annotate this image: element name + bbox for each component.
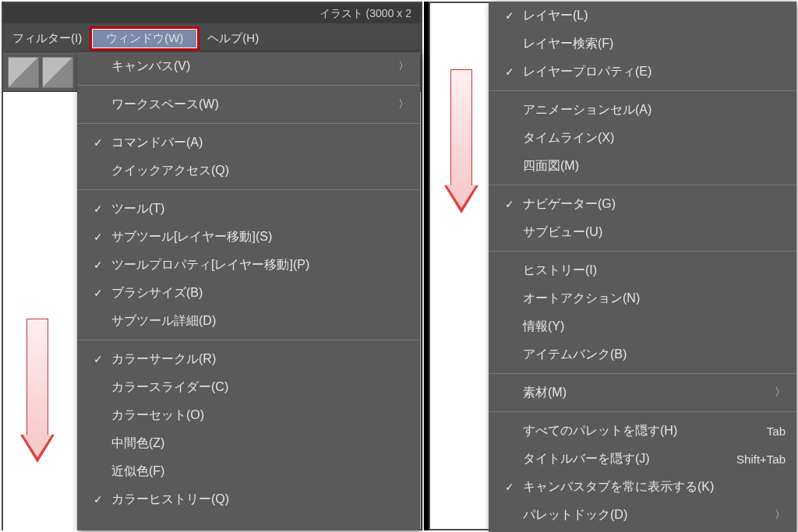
menubar: フィルター(I) ウィンドウ(W) ヘルプ(H) xyxy=(3,23,421,53)
color-swatch-icon[interactable] xyxy=(8,57,39,88)
chevron-right-icon: 〉 xyxy=(770,386,786,400)
menu-filter[interactable]: フィルター(I) xyxy=(5,26,90,51)
menu-item-hidetitlebar[interactable]: タイトルバーを隠す(J) Shift+Tab xyxy=(489,445,796,473)
scroll-down-arrow-icon xyxy=(444,69,478,225)
menu-item-history[interactable]: ヒストリー(I) xyxy=(489,256,796,284)
menu-item-palettedock[interactable]: パレットドック(D) 〉 xyxy=(489,501,796,529)
gradient-swatch-icon[interactable] xyxy=(42,57,73,88)
shortcut-text: Shift+Tab xyxy=(736,453,786,466)
menu-item-layersearch[interactable]: レイヤー検索(F) xyxy=(489,30,796,58)
menu-item-layerproperty[interactable]: ✓ レイヤープロパティ(E) xyxy=(489,58,796,86)
menu-item-layer[interactable]: ✓ レイヤー(L) xyxy=(489,2,796,30)
menu-item-quickaccess[interactable]: クイックアクセス(Q) xyxy=(77,157,420,185)
check-icon: ✓ xyxy=(85,136,111,149)
menu-item-navigator[interactable]: ✓ ナビゲーター(G) xyxy=(489,190,796,218)
check-icon: ✓ xyxy=(85,353,111,365)
menu-item-colorcircle[interactable]: ✓ カラーサークル(R) xyxy=(77,345,420,373)
menu-item-midcolor[interactable]: 中間色(Z) xyxy=(77,429,420,457)
title-text: イラスト (3000 x 2 xyxy=(320,7,411,19)
shortcut-text: Tab xyxy=(767,425,786,438)
menu-item-colorslider[interactable]: カラースライダー(C) xyxy=(77,373,420,401)
menu-item-animationcel[interactable]: アニメーションセル(A) xyxy=(489,96,796,124)
menu-item-autoaction[interactable]: オートアクション(N) xyxy=(489,284,796,312)
window-menu-dropdown-continued: ✓ レイヤー(L) レイヤー検索(F) ✓ レイヤープロパティ(E) アニメーシ… xyxy=(489,2,796,532)
separator xyxy=(489,251,796,252)
chevron-right-icon: 〉 xyxy=(394,97,409,111)
check-icon: ✓ xyxy=(85,231,111,243)
menu-item-showcanvastab[interactable]: ✓ キャンバスタブを常に表示する(K) xyxy=(489,473,796,501)
menu-item-tool[interactable]: ✓ ツール(T) xyxy=(77,195,420,223)
menu-item-colorhistory[interactable]: ✓ カラーヒストリー(Q) xyxy=(77,485,420,513)
menu-item-info[interactable]: 情報(Y) xyxy=(489,312,796,340)
left-screenshot: イラスト (3000 x 2 フィルター(I) ウィンドウ(W) ヘルプ(H) … xyxy=(2,2,422,530)
window-titlebar: イラスト (3000 x 2 xyxy=(3,3,421,23)
separator xyxy=(77,85,420,86)
separator xyxy=(77,123,420,124)
menu-item-canvas[interactable]: キャンバス(V) 〉 xyxy=(77,52,420,80)
right-screenshot: ✓ レイヤー(L) レイヤー検索(F) ✓ レイヤープロパティ(E) アニメーシ… xyxy=(429,2,796,530)
menu-item-itembank[interactable]: アイテムバンク(B) xyxy=(489,340,796,368)
separator xyxy=(489,411,796,412)
menu-item-timeline[interactable]: タイムライン(X) xyxy=(489,124,796,152)
check-icon: ✓ xyxy=(85,493,111,506)
menu-item-subtooldetail[interactable]: サブツール詳細(D) xyxy=(77,307,420,335)
menu-item-hidepalettes[interactable]: すべてのパレットを隠す(H) Tab xyxy=(489,417,796,445)
separator xyxy=(489,185,796,185)
check-icon: ✓ xyxy=(496,198,523,210)
separator xyxy=(489,90,796,91)
check-icon: ✓ xyxy=(85,259,111,271)
menu-item-subview[interactable]: サブビュー(U) xyxy=(489,218,796,246)
menu-item-subtool[interactable]: ✓ サブツール[レイヤー移動](S) xyxy=(77,223,420,251)
menu-item-material[interactable]: 素材(M) 〉 xyxy=(489,379,796,407)
check-icon: ✓ xyxy=(85,287,111,299)
chevron-right-icon: 〉 xyxy=(770,508,786,522)
separator xyxy=(77,340,420,340)
check-icon: ✓ xyxy=(496,9,523,22)
window-menu-dropdown: キャンバス(V) 〉 ワークスペース(W) 〉 ✓ コマンドバー(A) クイック… xyxy=(77,52,420,530)
menu-window[interactable]: ウィンドウ(W) xyxy=(90,26,200,51)
menu-item-workspace[interactable]: ワークスペース(W) 〉 xyxy=(77,90,420,118)
check-icon: ✓ xyxy=(496,481,523,493)
menu-item-toolproperty[interactable]: ✓ ツールプロパティ[レイヤー移動](P) xyxy=(77,251,420,279)
separator xyxy=(489,373,796,374)
check-icon: ✓ xyxy=(85,203,111,215)
chevron-right-icon: 〉 xyxy=(394,59,409,73)
menu-item-approxcolor[interactable]: 近似色(F) xyxy=(77,457,420,485)
menu-item-quadview[interactable]: 四面図(M) xyxy=(489,152,796,180)
menu-help[interactable]: ヘルプ(H) xyxy=(200,26,267,51)
menu-item-colorset[interactable]: カラーセット(O) xyxy=(77,401,420,429)
separator xyxy=(77,189,420,190)
menu-item-commandbar[interactable]: ✓ コマンドバー(A) xyxy=(77,129,420,157)
check-icon: ✓ xyxy=(496,65,523,78)
scroll-down-arrow-icon xyxy=(20,319,55,474)
menu-item-brushsize[interactable]: ✓ ブラシサイズ(B) xyxy=(77,279,420,307)
